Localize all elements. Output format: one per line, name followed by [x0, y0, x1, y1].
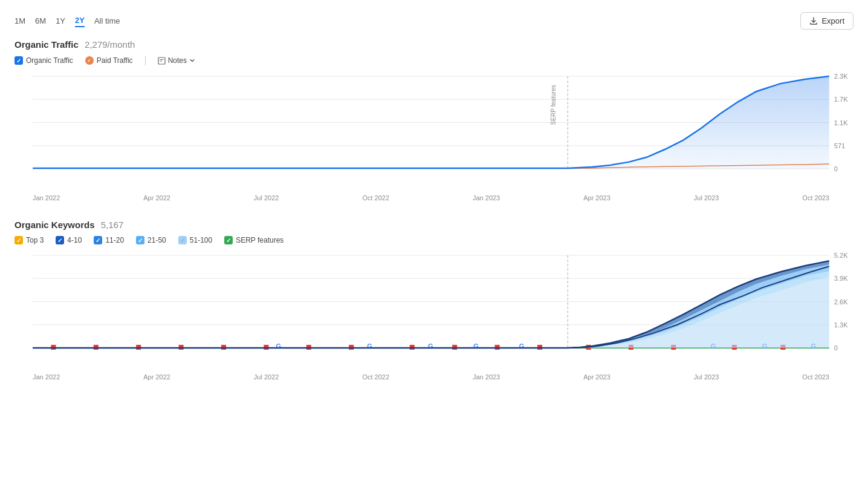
svg-text:2.3K: 2.3K — [834, 73, 848, 80]
svg-text:0: 0 — [834, 165, 838, 172]
svg-text:1.1K: 1.1K — [834, 119, 848, 126]
legend-checkbox-4-10: ✓ — [56, 236, 64, 244]
legend-serp-features: ✓ SERP features — [224, 236, 283, 244]
svg-text:1.3K: 1.3K — [834, 321, 848, 329]
time-btn-2y[interactable]: 2Y — [75, 15, 85, 27]
legend-checkbox-11-20: ✓ — [94, 236, 102, 244]
legend-4-10: ✓ 4-10 — [56, 236, 82, 244]
organic-traffic-svg: 2.3K 1.7K 1.1K 571 0 SERP features — [15, 70, 853, 192]
notes-button[interactable]: Notes — [158, 56, 195, 65]
legend-51-100: ✓ 51-100 — [178, 236, 212, 244]
legend-checkbox-organic: ✓ — [15, 56, 23, 65]
time-range-bar: 1M 6M 1Y 2Y All time Export — [15, 12, 853, 30]
svg-text:2.6K: 2.6K — [834, 298, 848, 306]
legend-divider — [145, 56, 146, 65]
organic-keywords-legend: ✓ Top 3 ✓ 4-10 ✓ 11-20 ✓ 21-50 ✓ 51-100 … — [15, 236, 853, 244]
time-range-buttons: 1M 6M 1Y 2Y All time — [15, 15, 120, 27]
legend-checkbox-top3: ✓ — [15, 236, 23, 244]
legend-checkbox-51-100: ✓ — [178, 236, 187, 244]
legend-11-20: ✓ 11-20 — [94, 236, 124, 244]
svg-text:0: 0 — [834, 344, 838, 352]
time-btn-1y[interactable]: 1Y — [56, 15, 65, 27]
time-btn-1m[interactable]: 1M — [15, 15, 25, 27]
legend-top3: ✓ Top 3 — [15, 236, 44, 244]
organic-keywords-chart: 5.2K 3.9K 2.6K 1.3K 0 — [15, 249, 853, 381]
legend-21-50: ✓ 21-50 — [136, 236, 166, 244]
svg-text:5.2K: 5.2K — [834, 252, 848, 259]
legend-checkbox-21-50: ✓ — [136, 236, 144, 244]
svg-text:1.7K: 1.7K — [834, 96, 848, 103]
time-btn-6m[interactable]: 6M — [35, 15, 46, 27]
keywords-x-labels: Jan 2022 Apr 2022 Jul 2022 Oct 2022 Jan … — [15, 371, 853, 381]
notes-icon — [158, 57, 166, 65]
organic-traffic-chart: 2.3K 1.7K 1.1K 571 0 SERP features Jan 2… — [15, 70, 853, 201]
export-icon — [809, 17, 818, 25]
svg-text:3.9K: 3.9K — [834, 275, 848, 282]
keywords-section: Organic Keywords 5,167 ✓ Top 3 ✓ 4-10 ✓ … — [15, 220, 853, 381]
legend-paid-traffic: ✓ Paid Traffic — [85, 56, 133, 65]
time-btn-alltime[interactable]: All time — [94, 15, 120, 27]
svg-text:571: 571 — [834, 142, 845, 149]
organic-traffic-legend: ✓ Organic Traffic ✓ Paid Traffic Notes — [15, 56, 853, 65]
organic-traffic-x-labels: Jan 2022 Apr 2022 Jul 2022 Oct 2022 Jan … — [15, 192, 853, 201]
legend-checkbox-serp: ✓ — [224, 236, 233, 244]
legend-checkbox-paid: ✓ — [85, 56, 94, 65]
organic-traffic-header: Organic Traffic 2,279/month — [15, 39, 853, 50]
svg-text:SERP features: SERP features — [550, 85, 557, 125]
chevron-down-icon — [189, 57, 195, 64]
legend-organic-traffic: ✓ Organic Traffic — [15, 56, 73, 65]
organic-keywords-header: Organic Keywords 5,167 — [15, 220, 853, 230]
keywords-svg: 5.2K 3.9K 2.6K 1.3K 0 — [15, 249, 853, 371]
export-button[interactable]: Export — [800, 12, 853, 30]
